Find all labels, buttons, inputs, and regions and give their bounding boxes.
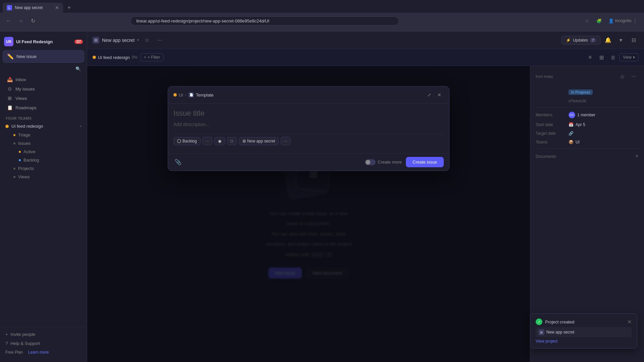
project-icon: ⊞ [93,37,99,44]
plan-name: Free Plan [5,350,23,355]
search-button[interactable]: 🔍 [73,64,83,73]
modal-toolbar: Backlog ··· ◉ □ [173,134,444,148]
browser-tabs: L New app secret ✕ + [0,0,644,13]
close-modal-button[interactable]: ✕ [435,90,444,99]
teams-label: Teams [536,140,566,144]
grid-view-button[interactable]: ⊞ [596,52,606,62]
sidebar-item-views[interactable]: ⊞ Views [1,94,86,103]
project-more-button[interactable]: ··· [281,137,290,145]
toggle-knob [366,160,370,165]
address-bar[interactable]: linear.app/ui-feed-redesign/project/new-… [130,16,399,25]
more-options-button[interactable]: ··· [155,35,165,45]
issues-dot [13,142,15,144]
new-issue-icon: ✏️ [7,53,14,60]
active-dot [19,151,21,153]
priority-tag[interactable]: ◉ [214,137,225,145]
project-name-topbar: New app secret [102,38,135,43]
view-dropdown-button[interactable]: View ▾ [619,53,639,61]
refresh-button[interactable]: ↻ [28,16,38,25]
sidebar-item-active[interactable]: Active [1,147,86,156]
assignee-tag[interactable]: □ [227,137,237,145]
learn-more-link[interactable]: Learn more [28,350,49,355]
new-tab-button[interactable]: + [64,3,74,12]
active-tab[interactable]: L New app secret ✕ [3,3,63,13]
issue-description-field[interactable]: Add description... [173,122,444,127]
create-more-toggle[interactable]: Create more [365,159,402,165]
footer-left: 📎 [173,158,183,167]
topbar-actions: ⚡ Updates 7 🔔 ▾ ⊟ [561,35,639,45]
extension-button[interactable]: 🧩 [594,16,604,25]
expand-modal-button[interactable]: ⤢ [425,90,434,99]
layout-button[interactable]: ⊟ [629,35,639,45]
project-tag-icon: ⊞ [243,139,246,143]
toolbar-icons: ≡ ⊞ ≣ View ▾ [585,52,639,62]
updates-label: Updates [573,38,588,43]
panel-more-button[interactable]: ··· [629,71,639,81]
sidebar-item-roadmaps[interactable]: 📋 Roadmaps [1,103,86,112]
team-header[interactable]: Ui feed redesign ▾ [0,122,87,131]
help-button[interactable]: ? Help & Support [0,339,87,348]
filter-button[interactable]: + + Filter [140,53,164,61]
list-view-button[interactable]: ≡ [585,52,595,62]
modal-header-actions: ⤢ ✕ [425,90,444,99]
menu-button[interactable]: ⋮ [631,16,640,25]
target-date-icon: 🔗 [569,131,574,136]
commit-stat: d7bdeb36 [536,99,639,103]
chevron-down-button[interactable]: ▾ [616,35,626,45]
workspace-header[interactable]: UR UI Feed Redesign D7 [0,34,87,49]
issue-title-input[interactable] [173,109,444,118]
my-issues-icon: ⊙ [7,86,13,92]
star-button[interactable]: ☆ [582,16,592,25]
create-more-label: Create more [378,160,402,165]
project-toolbar: Ui feed redesign 0% + + Filter ≡ ⊞ ≣ Vie… [87,49,644,66]
projects-dot [13,168,15,170]
add-document-button[interactable]: + [635,153,639,160]
views-team-label: Views [18,174,30,179]
notification-badge: D7 [74,40,83,44]
view-chevron-icon: ▾ [633,55,635,60]
tab-close-button[interactable]: ✕ [55,5,59,10]
timeline-view-button[interactable]: ≣ [608,52,618,62]
view-project-link[interactable]: View project [536,339,557,344]
toast-project-icon: ⊞ [538,329,544,335]
help-icon: ? [5,341,8,346]
project-tag[interactable]: ⊞ New app secret [239,137,279,145]
project-breadcrumb: Ui feed redesign 0% [93,55,138,60]
browser-nav: ← → ↻ linear.app/ui-feed-redesign/projec… [0,13,644,29]
toast-close-button[interactable]: ✕ [627,319,632,325]
new-issue-button[interactable]: ✏️ New issue [3,50,84,63]
status-tag[interactable]: Backlog [173,137,201,145]
sidebar-item-backlog[interactable]: Backlog [1,156,86,164]
create-issue-button[interactable]: Create issue [406,157,444,167]
main-content: ⊞ New app secret ▾ ☆ ··· ⚡ Updates 7 🔔 ▾… [87,32,644,362]
back-button[interactable]: ← [4,16,13,25]
topbar: ⊞ New app secret ▾ ☆ ··· ⚡ Updates 7 🔔 ▾… [87,32,644,49]
notifications-button[interactable]: 🔔 [603,35,613,45]
modal-footer: 📎 Create more [168,153,449,171]
star-project-button[interactable]: ☆ [142,35,152,45]
star-panel-button[interactable]: ☆ [617,71,627,81]
create-more-toggle-switch[interactable] [365,159,376,165]
sidebar-item-issues[interactable]: Issues [1,139,86,147]
toast-project-name: New app secret [546,330,574,335]
help-label: Help & Support [10,341,40,346]
panel-divider-2 [536,148,639,149]
sidebar-item-my-issues[interactable]: ⊙ My issues [1,84,86,94]
sidebar-item-views-team[interactable]: Views [1,173,86,181]
sidebar-item-triage[interactable]: Triage [1,131,86,139]
create-issue-modal: UI › 📄 Template ⤢ [168,86,449,171]
filter-label: + Filter [148,55,160,60]
members-value: CC 1 member [569,112,595,118]
workspace-avatar: UR [4,37,13,46]
profile-button[interactable]: 👤 [606,16,616,25]
status-more-button[interactable]: ··· [203,137,212,145]
attachment-button[interactable]: 📎 [173,158,183,167]
updates-button[interactable]: ⚡ Updates 7 [561,36,600,45]
forward-button[interactable]: → [16,16,25,25]
footer-right: Create more Create issue [365,157,444,167]
sidebar-item-inbox[interactable]: 📥 Inbox [1,75,86,84]
invite-people-button[interactable]: + Invite people [0,330,87,339]
modal-template: 📄 Template [189,92,214,98]
sidebar-item-projects[interactable]: Projects [1,164,86,173]
from-today-label: from today [536,74,553,78]
